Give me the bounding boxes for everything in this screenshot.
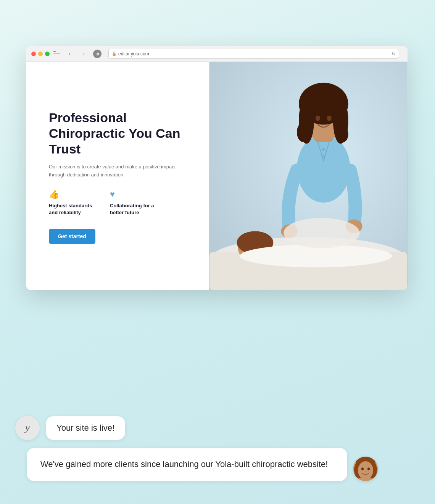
features-row: 👍 Highest standards and reliability ♥ Co…	[49, 189, 190, 216]
feature-2: ♥ Collaborating for a better future	[110, 189, 160, 216]
feature-2-label: Collaborating for a better future	[110, 202, 160, 216]
svg-point-20	[322, 155, 325, 158]
thumbsup-icon: 👍	[49, 189, 98, 199]
chat-yola-message: y Your site is live!	[15, 416, 378, 440]
svg-point-14	[316, 116, 320, 121]
browser-window: ‹ › ◑ 🔒 editor.yola.com ↻ Professional C…	[26, 46, 408, 290]
svg-point-28	[365, 471, 367, 472]
close-button[interactable]	[31, 52, 36, 56]
get-started-button[interactable]: Get started	[49, 229, 95, 244]
feature-1-label: Highest standards and reliability	[49, 202, 98, 216]
yola-logo-avatar: y	[15, 416, 40, 440]
svg-point-6	[297, 134, 350, 202]
heart-icon: ♥	[110, 189, 160, 199]
svg-point-12	[297, 123, 308, 142]
chat-user-message: We've gained more clients since launchin…	[15, 448, 378, 481]
user-avatar	[353, 457, 378, 481]
svg-point-26	[361, 468, 364, 470]
hero-title: Professional Chiropractic You Can Trust	[49, 110, 190, 157]
hero-left-panel: Professional Chiropractic You Can Trust …	[26, 62, 209, 290]
url-bar[interactable]: 🔒 editor.yola.com ↻	[108, 49, 399, 59]
minimize-button[interactable]	[38, 52, 43, 56]
svg-point-18	[284, 218, 359, 249]
reload-icon[interactable]: ↻	[392, 51, 396, 57]
lock-icon: 🔒	[112, 52, 116, 56]
chat-section: y Your site is live! We've gained more c…	[15, 416, 378, 481]
hero-right-panel: Unsplash+ Unsplash+ Unsplash+ Unsplash+ …	[209, 62, 408, 290]
svg-point-15	[327, 116, 332, 121]
sidebar-toggle-icon[interactable]	[53, 51, 60, 57]
traffic-lights	[31, 52, 50, 56]
svg-point-13	[337, 126, 348, 142]
svg-point-25	[358, 461, 373, 480]
user-testimonial-bubble: We've gained more clients since launchin…	[27, 448, 347, 481]
user-avatar-svg	[353, 457, 378, 481]
svg-point-27	[367, 468, 370, 470]
browser-titlebar: ‹ › ◑ 🔒 editor.yola.com ↻	[26, 46, 408, 62]
forward-button[interactable]: ›	[79, 50, 89, 58]
website-content: Professional Chiropractic You Can Trust …	[26, 62, 408, 290]
site-live-bubble: Your site is live!	[46, 416, 125, 440]
back-button[interactable]: ‹	[64, 50, 75, 58]
feature-1: 👍 Highest standards and reliability	[49, 189, 98, 216]
brightness-icon[interactable]: ◑	[93, 50, 102, 58]
maximize-button[interactable]	[45, 52, 50, 56]
hero-description: Our mission is to create value and make …	[49, 163, 190, 179]
chiro-scene-svg	[209, 62, 408, 290]
svg-point-19	[322, 148, 325, 151]
url-text: editor.yola.com	[118, 51, 149, 57]
